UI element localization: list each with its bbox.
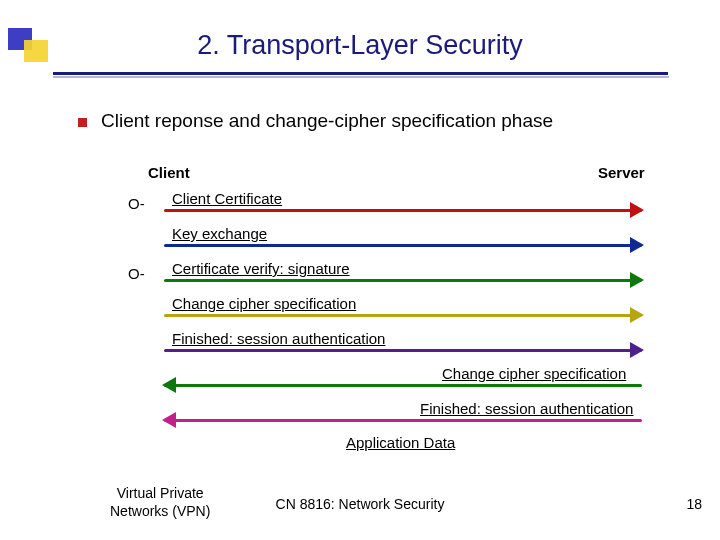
arrow-head-icon [630,342,644,358]
arrow-head-icon [162,412,176,428]
bullet-text: Client reponse and change-cipher specifi… [101,110,553,132]
arrow-finished-cs [164,341,642,361]
arrow-key-exchange [164,236,642,256]
arrow-head-icon [630,202,644,218]
footer-center: CN 8816: Network Security [0,496,720,512]
square-bullet-icon [78,118,87,127]
arrow-change-cipher-cs [164,306,642,326]
footer-page-number: 18 [686,496,702,512]
application-data-label: Application Data [346,434,455,451]
arrow-change-cipher-sc [164,376,642,396]
title-underline-shadow [53,76,669,78]
arrow-client-certificate [164,201,642,221]
arrow-finished-sc [164,411,642,431]
server-label: Server [598,164,645,181]
title-underline [53,72,668,75]
arrow-certificate-verify [164,271,642,291]
arrow-head-icon [630,307,644,323]
slide-title: 2. Transport-Layer Security [0,30,720,61]
arrow-head-icon [630,237,644,253]
client-label: Client [148,164,190,181]
arrow-head-icon [162,377,176,393]
optional-marker: O- [128,195,145,212]
arrow-head-icon [630,272,644,288]
optional-marker: O- [128,265,145,282]
bullet-row: Client reponse and change-cipher specifi… [78,110,553,132]
